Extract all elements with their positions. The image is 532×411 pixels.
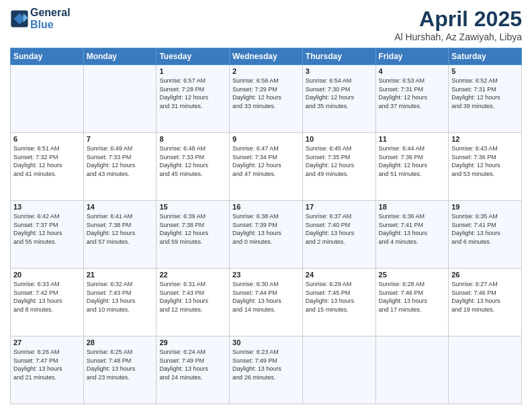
- day-number: 4: [379, 67, 446, 75]
- day-info: Sunrise: 6:45 AM Sunset: 7:35 PM Dayligh…: [306, 144, 373, 178]
- calendar-cell: 6Sunrise: 6:51 AM Sunset: 7:32 PM Daylig…: [11, 133, 84, 201]
- day-info: Sunrise: 6:37 AM Sunset: 7:40 PM Dayligh…: [306, 212, 373, 246]
- day-number: 22: [159, 271, 226, 279]
- day-info: Sunrise: 6:25 AM Sunset: 7:48 PM Dayligh…: [87, 348, 154, 381]
- day-header-tuesday: Tuesday: [157, 48, 230, 65]
- day-info: Sunrise: 6:29 AM Sunset: 7:45 PM Dayligh…: [306, 280, 373, 314]
- day-number: 2: [232, 67, 300, 75]
- day-number: 3: [306, 67, 373, 75]
- day-number: 30: [232, 338, 300, 347]
- day-number: 18: [379, 203, 446, 211]
- day-header-thursday: Thursday: [302, 48, 375, 65]
- day-number: 11: [379, 135, 446, 143]
- calendar-cell: 4Sunrise: 6:53 AM Sunset: 7:31 PM Daylig…: [375, 65, 449, 133]
- day-number: 1: [159, 67, 226, 75]
- day-info: Sunrise: 6:31 AM Sunset: 7:43 PM Dayligh…: [159, 280, 226, 314]
- day-info: Sunrise: 6:41 AM Sunset: 7:38 PM Dayligh…: [87, 212, 154, 246]
- calendar-cell: [302, 336, 375, 404]
- day-header-wednesday: Wednesday: [230, 48, 303, 65]
- calendar-cell: 1Sunrise: 6:57 AM Sunset: 7:28 PM Daylig…: [157, 65, 230, 133]
- calendar-cell: 17Sunrise: 6:37 AM Sunset: 7:40 PM Dayli…: [302, 201, 375, 269]
- day-number: 28: [87, 338, 154, 347]
- day-number: 6: [13, 135, 81, 143]
- calendar-cell: 7Sunrise: 6:49 AM Sunset: 7:33 PM Daylig…: [83, 133, 157, 201]
- calendar-cell: 24Sunrise: 6:29 AM Sunset: 7:45 PM Dayli…: [302, 269, 375, 336]
- day-info: Sunrise: 6:35 AM Sunset: 7:41 PM Dayligh…: [451, 212, 519, 246]
- day-header-monday: Monday: [83, 48, 157, 65]
- day-info: Sunrise: 6:38 AM Sunset: 7:39 PM Dayligh…: [232, 212, 300, 246]
- day-info: Sunrise: 6:39 AM Sunset: 7:38 PM Dayligh…: [159, 212, 226, 246]
- day-number: 21: [87, 271, 154, 279]
- logo-icon: [10, 9, 29, 28]
- day-header-saturday: Saturday: [449, 48, 522, 65]
- week-row-2: 6Sunrise: 6:51 AM Sunset: 7:32 PM Daylig…: [11, 133, 522, 201]
- calendar-cell: 29Sunrise: 6:24 AM Sunset: 7:49 PM Dayli…: [157, 336, 230, 404]
- day-number: 19: [451, 203, 519, 211]
- day-number: 7: [87, 135, 154, 143]
- day-info: Sunrise: 6:23 AM Sunset: 7:49 PM Dayligh…: [232, 348, 300, 381]
- title-block: April 2025 Al Hurshah, Az Zawiyah, Libya: [394, 7, 522, 42]
- day-info: Sunrise: 6:30 AM Sunset: 7:44 PM Dayligh…: [232, 280, 300, 314]
- day-number: 8: [159, 135, 226, 143]
- calendar-cell: 22Sunrise: 6:31 AM Sunset: 7:43 PM Dayli…: [157, 269, 230, 336]
- calendar-cell: 13Sunrise: 6:42 AM Sunset: 7:37 PM Dayli…: [11, 201, 84, 269]
- calendar-cell: 10Sunrise: 6:45 AM Sunset: 7:35 PM Dayli…: [302, 133, 375, 201]
- calendar-cell: 16Sunrise: 6:38 AM Sunset: 7:39 PM Dayli…: [230, 201, 303, 269]
- logo-text-line2: Blue: [30, 19, 71, 31]
- day-number: 9: [232, 135, 300, 143]
- day-number: 16: [232, 203, 300, 211]
- day-number: 10: [306, 135, 373, 143]
- day-number: 17: [306, 203, 373, 211]
- day-info: Sunrise: 6:49 AM Sunset: 7:33 PM Dayligh…: [87, 144, 154, 178]
- day-info: Sunrise: 6:57 AM Sunset: 7:28 PM Dayligh…: [159, 77, 226, 110]
- calendar-cell: 2Sunrise: 6:56 AM Sunset: 7:29 PM Daylig…: [230, 65, 303, 133]
- month-title: April 2025: [394, 7, 522, 32]
- day-info: Sunrise: 6:36 AM Sunset: 7:41 PM Dayligh…: [379, 212, 446, 246]
- calendar-cell: 18Sunrise: 6:36 AM Sunset: 7:41 PM Dayli…: [375, 201, 449, 269]
- calendar-cell: [375, 336, 449, 404]
- calendar-cell: 8Sunrise: 6:48 AM Sunset: 7:33 PM Daylig…: [157, 133, 230, 201]
- calendar-cell: 20Sunrise: 6:33 AM Sunset: 7:42 PM Dayli…: [11, 269, 84, 336]
- day-info: Sunrise: 6:26 AM Sunset: 7:47 PM Dayligh…: [13, 348, 81, 381]
- day-number: 5: [451, 67, 519, 75]
- day-info: Sunrise: 6:54 AM Sunset: 7:30 PM Dayligh…: [306, 77, 373, 110]
- calendar-cell: 26Sunrise: 6:27 AM Sunset: 7:46 PM Dayli…: [449, 269, 522, 336]
- calendar-cell: 5Sunrise: 6:52 AM Sunset: 7:31 PM Daylig…: [449, 65, 522, 133]
- week-row-5: 27Sunrise: 6:26 AM Sunset: 7:47 PM Dayli…: [11, 336, 522, 404]
- calendar-cell: [83, 65, 157, 133]
- day-number: 12: [451, 135, 519, 143]
- day-info: Sunrise: 6:52 AM Sunset: 7:31 PM Dayligh…: [451, 77, 519, 110]
- day-number: 29: [159, 338, 226, 347]
- day-number: 24: [306, 271, 373, 279]
- calendar-cell: 11Sunrise: 6:44 AM Sunset: 7:36 PM Dayli…: [375, 133, 449, 201]
- header: General Blue April 2025 Al Hurshah, Az Z…: [10, 7, 522, 42]
- calendar-cell: 14Sunrise: 6:41 AM Sunset: 7:38 PM Dayli…: [83, 201, 157, 269]
- day-info: Sunrise: 6:51 AM Sunset: 7:32 PM Dayligh…: [13, 144, 81, 178]
- day-info: Sunrise: 6:24 AM Sunset: 7:49 PM Dayligh…: [159, 348, 226, 381]
- day-info: Sunrise: 6:47 AM Sunset: 7:34 PM Dayligh…: [232, 144, 300, 178]
- day-info: Sunrise: 6:44 AM Sunset: 7:36 PM Dayligh…: [379, 144, 446, 178]
- calendar-cell: 25Sunrise: 6:28 AM Sunset: 7:46 PM Dayli…: [375, 269, 449, 336]
- calendar-cell: [11, 65, 84, 133]
- calendar-cell: 28Sunrise: 6:25 AM Sunset: 7:48 PM Dayli…: [83, 336, 157, 404]
- calendar-cell: 30Sunrise: 6:23 AM Sunset: 7:49 PM Dayli…: [230, 336, 303, 404]
- day-number: 26: [451, 271, 519, 279]
- calendar-cell: 21Sunrise: 6:32 AM Sunset: 7:43 PM Dayli…: [83, 269, 157, 336]
- logo: General Blue: [10, 7, 71, 30]
- day-info: Sunrise: 6:53 AM Sunset: 7:31 PM Dayligh…: [379, 77, 446, 110]
- day-info: Sunrise: 6:48 AM Sunset: 7:33 PM Dayligh…: [159, 144, 226, 178]
- day-info: Sunrise: 6:42 AM Sunset: 7:37 PM Dayligh…: [13, 212, 81, 246]
- calendar-table: SundayMondayTuesdayWednesdayThursdayFrid…: [10, 48, 522, 404]
- day-info: Sunrise: 6:43 AM Sunset: 7:36 PM Dayligh…: [451, 144, 519, 178]
- day-number: 27: [13, 338, 81, 347]
- calendar-header-row: SundayMondayTuesdayWednesdayThursdayFrid…: [11, 48, 522, 65]
- calendar-cell: 3Sunrise: 6:54 AM Sunset: 7:30 PM Daylig…: [302, 65, 375, 133]
- location-title: Al Hurshah, Az Zawiyah, Libya: [394, 32, 522, 42]
- day-info: Sunrise: 6:56 AM Sunset: 7:29 PM Dayligh…: [232, 77, 300, 110]
- calendar-cell: 27Sunrise: 6:26 AM Sunset: 7:47 PM Dayli…: [11, 336, 84, 404]
- calendar-cell: 15Sunrise: 6:39 AM Sunset: 7:38 PM Dayli…: [157, 201, 230, 269]
- day-header-friday: Friday: [375, 48, 449, 65]
- day-number: 15: [159, 203, 226, 211]
- calendar-cell: 9Sunrise: 6:47 AM Sunset: 7:34 PM Daylig…: [230, 133, 303, 201]
- day-info: Sunrise: 6:28 AM Sunset: 7:46 PM Dayligh…: [379, 280, 446, 314]
